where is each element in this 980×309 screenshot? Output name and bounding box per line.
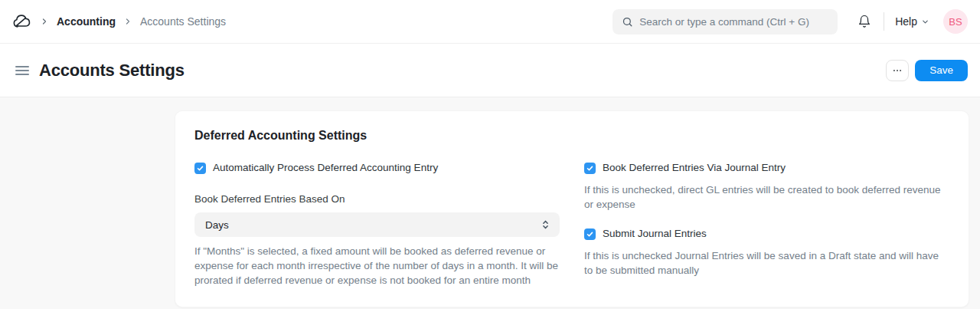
user-avatar[interactable]: BS [943,9,968,34]
settings-left-column: Automatically Process Deferred Accountin… [194,160,560,288]
ellipsis-icon [892,65,903,76]
based-on-field-label: Book Deferred Entries Based On [194,192,560,205]
cloud-logo-icon [12,12,32,31]
submit-journal-help-text: If this is unchecked Journal Entries wil… [584,248,949,278]
based-on-help-text: If "Months" is selected, a fixed amount … [194,244,560,288]
help-menu-button[interactable]: Help [895,15,929,28]
top-navbar: Accounting Accounts Settings Help [0,0,980,44]
breadcrumb: Accounting Accounts Settings [12,12,226,31]
based-on-select-value: Days [205,219,229,231]
via-journal-label[interactable]: Book Deferred Entries Via Journal Entry [603,160,786,176]
sidebar-toggle-button[interactable] [12,63,32,78]
submit-journal-label[interactable]: Submit Journal Entries [603,226,707,242]
checkmark-icon [196,164,204,173]
via-journal-checkbox-row[interactable]: Book Deferred Entries Via Journal Entry [584,160,949,176]
auto-process-label[interactable]: Automatically Process Deferred Accountin… [213,160,438,176]
help-label: Help [895,15,917,28]
save-button[interactable]: Save [915,60,968,81]
notifications-button[interactable] [854,12,874,31]
up-down-chevron-icon [541,219,550,230]
more-options-button[interactable] [886,60,909,81]
via-journal-checkbox[interactable] [584,163,596,174]
chevron-right-icon [123,17,132,26]
navbar-divider [884,12,884,31]
breadcrumb-accounts-settings[interactable]: Accounts Settings [140,15,226,28]
app-logo[interactable] [12,12,32,31]
chevron-right-icon [40,17,49,26]
hamburger-icon [15,66,29,67]
content-area: Deferred Accounting Settings Automatical… [0,97,980,307]
checkmark-icon [586,164,594,173]
page-title: Accounts Settings [39,61,185,81]
navbar-right-cluster: Help BS [854,9,968,34]
submit-journal-checkbox[interactable] [584,228,596,240]
settings-right-column: Book Deferred Entries Via Journal Entry … [584,160,949,288]
section-title: Deferred Accounting Settings [194,129,949,143]
submit-journal-checkbox-row[interactable]: Submit Journal Entries [584,226,949,242]
chevron-down-icon [921,18,929,26]
search-icon [622,16,633,28]
breadcrumb-accounting[interactable]: Accounting [57,15,116,28]
header-actions: Save [886,60,968,81]
global-search[interactable] [612,9,838,35]
checkmark-icon [586,230,594,238]
search-input[interactable] [639,16,828,28]
bell-icon [858,15,871,28]
page-header: Accounts Settings Save [0,44,980,97]
based-on-select[interactable]: Days [194,212,560,237]
auto-process-checkbox-row[interactable]: Automatically Process Deferred Accountin… [194,160,560,176]
via-journal-help-text: If this is unchecked, direct GL entries … [584,182,949,212]
deferred-accounting-settings-card: Deferred Accounting Settings Automatical… [175,110,969,307]
auto-process-checkbox[interactable] [194,163,206,174]
